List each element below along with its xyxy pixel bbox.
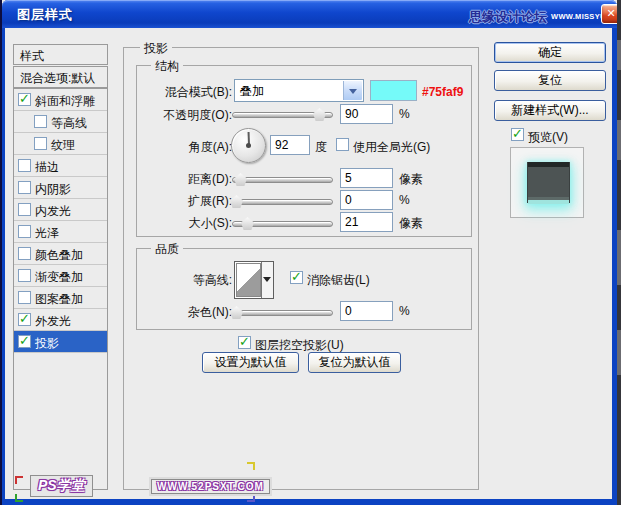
contour-thumbnail-icon <box>236 263 261 297</box>
chevron-down-icon <box>349 89 357 94</box>
watermark-corner-icon <box>15 494 23 502</box>
sidebar-item-inner-shadow[interactable]: 内阴影 <box>14 177 107 199</box>
watermark-corner-icon <box>15 476 23 484</box>
styles-header-label: 样式 <box>20 48 44 65</box>
distance-input[interactable] <box>340 168 393 188</box>
styles-header-box: 样式 <box>13 44 108 65</box>
blend-mode-dropdown[interactable]: 叠加 <box>234 79 364 102</box>
check-icon: ✓ <box>19 333 30 348</box>
use-global-light-checkbox[interactable] <box>336 138 349 151</box>
sidebar-item-contour[interactable]: 等高线 <box>14 111 107 133</box>
noise-input[interactable] <box>340 301 393 321</box>
spread-slider-track[interactable] <box>232 199 333 205</box>
stroke-checkbox[interactable] <box>18 159 31 172</box>
sidebar-item-bevel-emboss[interactable]: ✓ 斜面和浮雕 <box>14 89 107 111</box>
background-app-edge-left <box>0 0 2 505</box>
background-panel-segment <box>617 230 621 285</box>
drop-shadow-checkbox[interactable]: ✓ <box>18 335 31 348</box>
background-app-edge-right <box>617 0 621 505</box>
watermark-corner-icon <box>247 462 255 470</box>
distance-unit: 像素 <box>399 171 423 188</box>
chevron-down-icon <box>263 277 271 282</box>
opacity-label: 不透明度(O): <box>138 107 232 124</box>
check-icon: ✓ <box>291 269 302 284</box>
sidebar-item-texture[interactable]: 纹理 <box>14 133 107 155</box>
satin-checkbox[interactable] <box>18 225 31 238</box>
angle-dial[interactable] <box>231 128 266 163</box>
color-overlay-checkbox[interactable] <box>18 247 31 260</box>
contour-arrow-button[interactable] <box>261 262 273 298</box>
anti-alias-checkbox[interactable]: ✓ <box>290 271 303 284</box>
sidebar-item-gradient-overlay[interactable]: 渐变叠加 <box>14 265 107 287</box>
blend-mode-label: 混合模式(B): <box>138 84 232 101</box>
reset-button[interactable]: 复位 <box>494 70 606 91</box>
ps-school-watermark: PS学堂 <box>30 475 93 497</box>
ps-school-url-watermark: WWW.52PSXT.COM <box>151 479 270 494</box>
window-border-bottom <box>2 499 617 505</box>
sidebar-item-outer-glow[interactable]: ✓ 外发光 <box>14 309 107 331</box>
angle-unit: 度 <box>315 139 327 156</box>
noise-unit: % <box>399 304 410 318</box>
noise-slider-track[interactable] <box>232 310 333 316</box>
color-hex-annotation: #75faf9 <box>422 85 463 99</box>
noise-label: 杂色(N): <box>138 304 232 321</box>
distance-label: 距离(D): <box>138 171 232 188</box>
watermark-corner-icon <box>247 494 255 502</box>
opacity-input[interactable] <box>340 104 393 124</box>
angle-hub-icon <box>246 143 251 148</box>
new-style-button[interactable]: 新建样式(W)... <box>494 100 606 121</box>
blend-mode-value: 叠加 <box>240 83 264 100</box>
sidebar-item-drop-shadow[interactable]: ✓ 投影 <box>14 331 107 353</box>
size-label: 大小(S): <box>138 215 232 232</box>
ok-button[interactable]: 确定 <box>494 42 606 63</box>
sidebar-item-pattern-overlay[interactable]: 图案叠加 <box>14 287 107 309</box>
gradient-overlay-checkbox[interactable] <box>18 269 31 282</box>
preview-label: 预览(V) <box>528 129 568 146</box>
panel-legend: 投影 <box>140 40 172 57</box>
outer-glow-checkbox[interactable]: ✓ <box>18 313 31 326</box>
angle-input[interactable] <box>270 135 310 155</box>
sidebar-item-blending-options[interactable]: 混合选项:默认 <box>13 66 108 88</box>
structure-legend: 结构 <box>151 58 183 75</box>
sidebar-item-inner-glow[interactable]: 内发光 <box>14 199 107 221</box>
use-global-light-label: 使用全局光(G) <box>353 139 430 156</box>
sidebar-item-color-overlay[interactable]: 颜色叠加 <box>14 243 107 265</box>
quality-legend: 品质 <box>151 241 183 258</box>
distance-slider-track[interactable] <box>232 177 333 183</box>
inner-glow-checkbox[interactable] <box>18 203 31 216</box>
check-icon: ✓ <box>239 334 250 349</box>
titlebar[interactable]: 图层样式 思缘设计论坛 WWW.MISSYUAN.COM ✕ <box>2 0 617 28</box>
background-panel-segment <box>617 120 621 160</box>
layer-knockout-checkbox[interactable]: ✓ <box>238 336 251 349</box>
styles-list: ✓ 斜面和浮雕 等高线 纹理 描边 内阴影 内发光 光泽 颜色叠加 <box>13 88 108 490</box>
bevel-emboss-checkbox[interactable]: ✓ <box>18 93 31 106</box>
contour-picker[interactable] <box>234 261 274 299</box>
check-icon: ✓ <box>19 311 30 326</box>
window-title: 图层样式 <box>17 6 73 24</box>
preview-shadowed-square <box>527 162 570 203</box>
contour-checkbox[interactable] <box>34 115 47 128</box>
texture-checkbox[interactable] <box>34 137 47 150</box>
pattern-overlay-checkbox[interactable] <box>18 291 31 304</box>
preview-checkbox[interactable]: ✓ <box>511 128 524 141</box>
spread-input[interactable] <box>340 190 393 210</box>
sidebar-item-satin[interactable]: 光泽 <box>14 221 107 243</box>
size-input[interactable] <box>340 212 393 232</box>
dropdown-arrow-button[interactable] <box>343 81 362 100</box>
reset-default-button[interactable]: 复位为默认值 <box>308 352 401 373</box>
size-unit: 像素 <box>399 215 423 232</box>
blending-options-label: 混合选项:默认 <box>20 70 95 87</box>
background-panel-segment <box>617 330 621 375</box>
background-panel-segment <box>617 40 621 70</box>
shadow-color-swatch[interactable] <box>370 80 417 101</box>
set-default-button[interactable]: 设置为默认值 <box>202 352 299 373</box>
spread-label: 扩展(R): <box>138 193 232 210</box>
sidebar-item-stroke[interactable]: 描边 <box>14 155 107 177</box>
inner-shadow-checkbox[interactable] <box>18 181 31 194</box>
spread-unit: % <box>399 193 410 207</box>
check-icon: ✓ <box>512 126 523 141</box>
check-icon: ✓ <box>19 91 30 106</box>
layer-style-dialog-screen: 图层样式 思缘设计论坛 WWW.MISSYUAN.COM ✕ 样式 混合选项:默… <box>0 0 621 505</box>
opacity-unit: % <box>399 107 410 121</box>
style-preview-thumbnail <box>510 147 584 218</box>
